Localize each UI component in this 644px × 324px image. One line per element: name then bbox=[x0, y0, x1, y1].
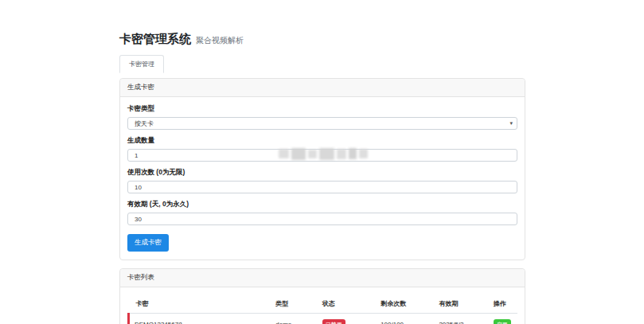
table-row: DEMO12345678 demo 已禁用 100/100 2025/5/2 启… bbox=[129, 314, 518, 324]
header-remaining: 剩余次数 bbox=[377, 295, 435, 314]
page-container: 卡密管理系统 聚合视频解析 卡密管理 生成卡密 卡密类型 按天卡 ▾ 生成数量 bbox=[119, 0, 525, 324]
tab-bar: 卡密管理 bbox=[119, 55, 525, 73]
table-header-row: 卡密 类型 状态 剩余次数 有效期 操作 bbox=[129, 295, 518, 314]
page-title: 卡密管理系统 bbox=[119, 32, 191, 47]
header-expiry: 有效期 bbox=[435, 295, 490, 314]
field-quantity: 生成数量 bbox=[127, 136, 517, 162]
list-panel: 卡密列表 卡密 类型 状态 剩余次数 有效期 操作 DEMO12345678 bbox=[119, 268, 525, 324]
card-type-cell: demo bbox=[272, 314, 319, 324]
generate-panel-title: 生成卡密 bbox=[120, 79, 525, 97]
status-cell: 已禁用 bbox=[319, 314, 377, 324]
expiry-cell: 2025/5/2 bbox=[435, 314, 490, 324]
generate-button[interactable]: 生成卡密 bbox=[127, 234, 169, 252]
page-subtitle: 聚合视频解析 bbox=[196, 35, 244, 46]
field-uses: 使用次数 (0为无限) bbox=[127, 168, 517, 193]
tab-card-management[interactable]: 卡密管理 bbox=[119, 55, 164, 73]
card-key-cell: DEMO12345678 bbox=[129, 314, 273, 324]
card-type-label: 卡密类型 bbox=[127, 104, 517, 114]
card-type-select[interactable]: 按天卡 bbox=[127, 117, 517, 130]
header-card-key: 卡密 bbox=[129, 295, 273, 314]
card-key-table: 卡密 类型 状态 剩余次数 有效期 操作 DEMO12345678 demo 已… bbox=[127, 295, 517, 324]
quantity-input[interactable] bbox=[127, 149, 517, 162]
uses-label: 使用次数 (0为无限) bbox=[127, 168, 517, 178]
list-panel-body: 卡密 类型 状态 剩余次数 有效期 操作 DEMO12345678 demo 已… bbox=[120, 287, 525, 324]
status-badge: 已禁用 bbox=[322, 319, 345, 324]
header-status: 状态 bbox=[319, 295, 377, 314]
action-cell: 启用 bbox=[490, 314, 517, 324]
uses-input[interactable] bbox=[127, 181, 517, 193]
page-header: 卡密管理系统 聚合视频解析 bbox=[119, 32, 525, 47]
generate-panel-body: 卡密类型 按天卡 ▾ 生成数量 使用次数 (0为无限) 有效期 (天, 0为永久… bbox=[120, 97, 525, 260]
validity-label: 有效期 (天, 0为永久) bbox=[127, 200, 517, 209]
enable-button[interactable]: 启用 bbox=[494, 319, 511, 324]
field-validity: 有效期 (天, 0为永久) bbox=[127, 200, 517, 225]
list-panel-title: 卡密列表 bbox=[120, 269, 525, 287]
quantity-label: 生成数量 bbox=[127, 136, 517, 146]
header-action: 操作 bbox=[490, 295, 517, 314]
remaining-cell: 100/100 bbox=[377, 314, 435, 324]
header-type: 类型 bbox=[272, 295, 319, 314]
field-card-type: 卡密类型 按天卡 ▾ bbox=[127, 104, 517, 130]
validity-input[interactable] bbox=[127, 213, 517, 225]
generate-panel: 生成卡密 卡密类型 按天卡 ▾ 生成数量 使用次数 (0为无限) bbox=[119, 78, 525, 260]
